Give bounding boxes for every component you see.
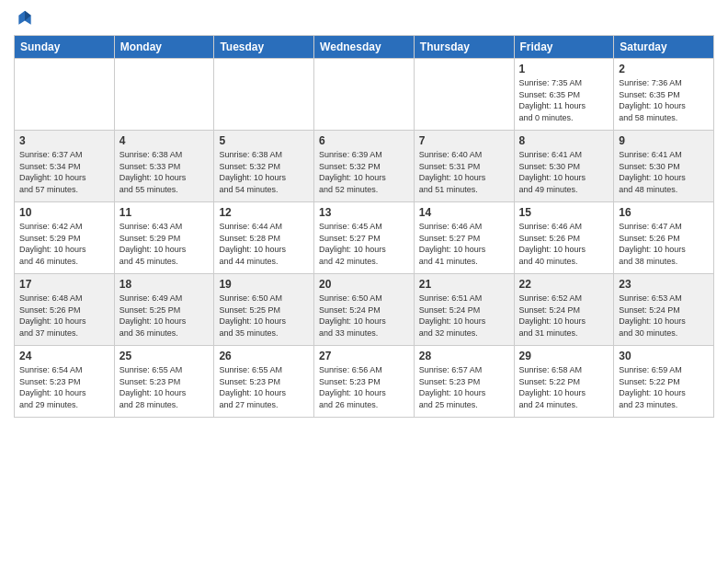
day-info: Sunrise: 6:55 AM Sunset: 5:23 PM Dayligh… <box>219 364 309 410</box>
day-number: 4 <box>119 134 210 147</box>
week-row-3: 17Sunrise: 6:48 AM Sunset: 5:26 PM Dayli… <box>15 274 714 346</box>
day-info: Sunrise: 6:39 AM Sunset: 5:32 PM Dayligh… <box>319 149 409 195</box>
logo-text <box>14 9 34 28</box>
day-number: 14 <box>419 206 509 219</box>
day-number: 5 <box>219 134 309 147</box>
day-info: Sunrise: 6:46 AM Sunset: 5:27 PM Dayligh… <box>419 221 509 267</box>
day-number: 10 <box>19 206 109 219</box>
day-info: Sunrise: 6:47 AM Sunset: 5:26 PM Dayligh… <box>619 221 709 267</box>
day-info: Sunrise: 6:56 AM Sunset: 5:23 PM Dayligh… <box>319 364 409 410</box>
day-number: 2 <box>619 63 709 75</box>
calendar-cell: 11Sunrise: 6:43 AM Sunset: 5:29 PM Dayli… <box>114 202 214 274</box>
day-number: 6 <box>319 134 409 147</box>
week-row-1: 3Sunrise: 6:37 AM Sunset: 5:34 PM Daylig… <box>15 131 714 202</box>
calendar-cell: 5Sunrise: 6:38 AM Sunset: 5:32 PM Daylig… <box>214 131 314 202</box>
day-info: Sunrise: 6:57 AM Sunset: 5:23 PM Dayligh… <box>419 364 509 410</box>
calendar-cell: 8Sunrise: 6:41 AM Sunset: 5:30 PM Daylig… <box>514 131 614 202</box>
day-info: Sunrise: 6:41 AM Sunset: 5:30 PM Dayligh… <box>519 149 609 195</box>
week-row-4: 24Sunrise: 6:54 AM Sunset: 5:23 PM Dayli… <box>15 346 714 418</box>
day-number: 21 <box>419 278 509 291</box>
weekday-monday: Monday <box>114 36 214 59</box>
day-number: 13 <box>319 206 409 219</box>
calendar-cell: 24Sunrise: 6:54 AM Sunset: 5:23 PM Dayli… <box>15 346 115 418</box>
day-info: Sunrise: 6:52 AM Sunset: 5:24 PM Dayligh… <box>519 293 609 339</box>
day-number: 18 <box>119 278 210 291</box>
calendar-cell: 3Sunrise: 6:37 AM Sunset: 5:34 PM Daylig… <box>15 131 115 202</box>
weekday-thursday: Thursday <box>414 36 514 59</box>
day-number: 7 <box>419 134 509 147</box>
day-info: Sunrise: 6:44 AM Sunset: 5:28 PM Dayligh… <box>219 221 309 267</box>
week-row-0: 1Sunrise: 7:35 AM Sunset: 6:35 PM Daylig… <box>15 59 714 131</box>
day-number: 28 <box>419 350 509 362</box>
weekday-wednesday: Wednesday <box>314 36 415 59</box>
day-number: 11 <box>119 206 210 219</box>
calendar-cell: 21Sunrise: 6:51 AM Sunset: 5:24 PM Dayli… <box>414 274 514 346</box>
day-number: 3 <box>19 134 109 147</box>
day-number: 25 <box>119 350 210 362</box>
day-number: 22 <box>519 278 609 291</box>
day-info: Sunrise: 6:59 AM Sunset: 5:22 PM Dayligh… <box>619 364 709 410</box>
day-number: 16 <box>619 206 709 219</box>
calendar-cell <box>15 59 115 131</box>
calendar-cell: 13Sunrise: 6:45 AM Sunset: 5:27 PM Dayli… <box>314 202 415 274</box>
calendar-cell: 19Sunrise: 6:50 AM Sunset: 5:25 PM Dayli… <box>214 274 314 346</box>
calendar-cell: 9Sunrise: 6:41 AM Sunset: 5:30 PM Daylig… <box>614 131 714 202</box>
logo-icon <box>16 9 34 28</box>
calendar-cell: 27Sunrise: 6:56 AM Sunset: 5:23 PM Dayli… <box>314 346 415 418</box>
calendar-cell: 15Sunrise: 6:46 AM Sunset: 5:26 PM Dayli… <box>514 202 614 274</box>
calendar-cell: 6Sunrise: 6:39 AM Sunset: 5:32 PM Daylig… <box>314 131 415 202</box>
day-info: Sunrise: 6:43 AM Sunset: 5:29 PM Dayligh… <box>119 221 210 267</box>
calendar-cell: 25Sunrise: 6:55 AM Sunset: 5:23 PM Dayli… <box>114 346 214 418</box>
day-info: Sunrise: 6:38 AM Sunset: 5:32 PM Dayligh… <box>219 149 309 195</box>
day-info: Sunrise: 7:35 AM Sunset: 6:35 PM Dayligh… <box>519 77 609 123</box>
calendar-cell <box>414 59 514 131</box>
day-info: Sunrise: 6:48 AM Sunset: 5:26 PM Dayligh… <box>19 293 109 339</box>
day-info: Sunrise: 6:50 AM Sunset: 5:24 PM Dayligh… <box>319 293 409 339</box>
day-number: 15 <box>519 206 609 219</box>
day-info: Sunrise: 6:40 AM Sunset: 5:31 PM Dayligh… <box>419 149 509 195</box>
calendar-cell: 28Sunrise: 6:57 AM Sunset: 5:23 PM Dayli… <box>414 346 514 418</box>
header <box>14 9 714 28</box>
calendar-cell: 22Sunrise: 6:52 AM Sunset: 5:24 PM Dayli… <box>514 274 614 346</box>
day-number: 12 <box>219 206 309 219</box>
calendar-cell: 14Sunrise: 6:46 AM Sunset: 5:27 PM Dayli… <box>414 202 514 274</box>
day-info: Sunrise: 6:45 AM Sunset: 5:27 PM Dayligh… <box>319 221 409 267</box>
day-info: Sunrise: 6:51 AM Sunset: 5:24 PM Dayligh… <box>419 293 509 339</box>
calendar-cell: 2Sunrise: 7:36 AM Sunset: 6:35 PM Daylig… <box>614 59 714 131</box>
calendar-cell <box>114 59 214 131</box>
calendar-cell: 30Sunrise: 6:59 AM Sunset: 5:22 PM Dayli… <box>614 346 714 418</box>
calendar-cell: 18Sunrise: 6:49 AM Sunset: 5:25 PM Dayli… <box>114 274 214 346</box>
page-container: SundayMondayTuesdayWednesdayThursdayFrid… <box>0 0 728 427</box>
day-number: 20 <box>319 278 409 291</box>
calendar-cell: 20Sunrise: 6:50 AM Sunset: 5:24 PM Dayli… <box>314 274 415 346</box>
weekday-saturday: Saturday <box>614 36 714 59</box>
calendar-table: SundayMondayTuesdayWednesdayThursdayFrid… <box>14 35 714 418</box>
calendar-cell: 12Sunrise: 6:44 AM Sunset: 5:28 PM Dayli… <box>214 202 314 274</box>
calendar-cell: 29Sunrise: 6:58 AM Sunset: 5:22 PM Dayli… <box>514 346 614 418</box>
day-number: 24 <box>19 350 109 362</box>
calendar-body: 1Sunrise: 7:35 AM Sunset: 6:35 PM Daylig… <box>15 59 714 418</box>
day-info: Sunrise: 6:46 AM Sunset: 5:26 PM Dayligh… <box>519 221 609 267</box>
day-number: 17 <box>19 278 109 291</box>
logo <box>14 9 34 28</box>
day-number: 19 <box>219 278 309 291</box>
calendar-cell <box>314 59 415 131</box>
calendar-cell: 16Sunrise: 6:47 AM Sunset: 5:26 PM Dayli… <box>614 202 714 274</box>
day-number: 23 <box>619 278 709 291</box>
calendar-cell: 26Sunrise: 6:55 AM Sunset: 5:23 PM Dayli… <box>214 346 314 418</box>
calendar-cell: 17Sunrise: 6:48 AM Sunset: 5:26 PM Dayli… <box>15 274 115 346</box>
day-info: Sunrise: 7:36 AM Sunset: 6:35 PM Dayligh… <box>619 77 709 123</box>
week-row-2: 10Sunrise: 6:42 AM Sunset: 5:29 PM Dayli… <box>15 202 714 274</box>
calendar-cell: 7Sunrise: 6:40 AM Sunset: 5:31 PM Daylig… <box>414 131 514 202</box>
calendar-cell: 4Sunrise: 6:38 AM Sunset: 5:33 PM Daylig… <box>114 131 214 202</box>
day-number: 27 <box>319 350 409 362</box>
weekday-header-row: SundayMondayTuesdayWednesdayThursdayFrid… <box>15 36 714 59</box>
calendar-cell: 10Sunrise: 6:42 AM Sunset: 5:29 PM Dayli… <box>15 202 115 274</box>
day-number: 30 <box>619 350 709 362</box>
weekday-sunday: Sunday <box>15 36 115 59</box>
day-info: Sunrise: 6:58 AM Sunset: 5:22 PM Dayligh… <box>519 364 609 410</box>
day-number: 26 <box>219 350 309 362</box>
calendar-cell <box>214 59 314 131</box>
day-info: Sunrise: 6:37 AM Sunset: 5:34 PM Dayligh… <box>19 149 109 195</box>
day-info: Sunrise: 6:42 AM Sunset: 5:29 PM Dayligh… <box>19 221 109 267</box>
